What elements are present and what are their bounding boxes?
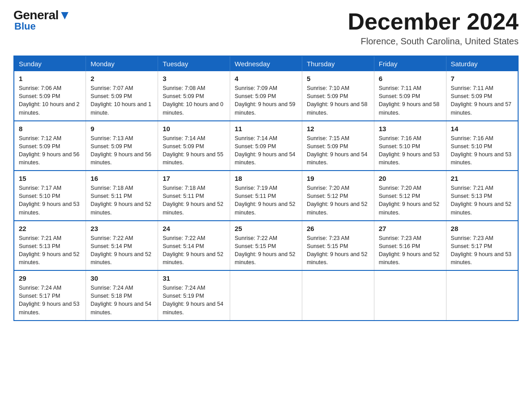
calendar-cell: 9 Sunrise: 7:13 AMSunset: 5:09 PMDayligh… xyxy=(86,121,158,171)
day-number: 1 xyxy=(19,75,81,82)
calendar-cell: 20 Sunrise: 7:20 AMSunset: 5:12 PMDaylig… xyxy=(374,171,446,221)
calendar-cell: 30 Sunrise: 7:24 AMSunset: 5:18 PMDaylig… xyxy=(86,270,158,321)
day-number: 25 xyxy=(235,225,297,232)
calendar-cell: 3 Sunrise: 7:08 AMSunset: 5:09 PMDayligh… xyxy=(158,71,230,121)
calendar-cell: 1 Sunrise: 7:06 AMSunset: 5:09 PMDayligh… xyxy=(14,71,86,121)
day-info: Sunrise: 7:21 AMSunset: 5:13 PMDaylight:… xyxy=(19,234,81,267)
day-info: Sunrise: 7:14 AMSunset: 5:09 PMDaylight:… xyxy=(235,134,297,167)
day-info: Sunrise: 7:24 AMSunset: 5:17 PMDaylight:… xyxy=(19,284,81,317)
day-number: 13 xyxy=(379,125,442,133)
calendar-cell: 4 Sunrise: 7:09 AMSunset: 5:09 PMDayligh… xyxy=(230,71,302,121)
calendar-cell xyxy=(446,270,518,321)
page-header: General▼ Blue December 2024 Florence, So… xyxy=(13,9,519,47)
day-number: 28 xyxy=(451,225,513,232)
day-info: Sunrise: 7:11 AMSunset: 5:09 PMDaylight:… xyxy=(379,84,442,117)
day-info: Sunrise: 7:12 AMSunset: 5:09 PMDaylight:… xyxy=(19,134,81,167)
day-number: 16 xyxy=(90,175,153,182)
day-info: Sunrise: 7:24 AMSunset: 5:18 PMDaylight:… xyxy=(90,284,153,317)
day-number: 31 xyxy=(163,274,225,282)
calendar-cell: 16 Sunrise: 7:18 AMSunset: 5:11 PMDaylig… xyxy=(86,171,158,221)
day-info: Sunrise: 7:19 AMSunset: 5:11 PMDaylight:… xyxy=(235,184,297,217)
day-number: 14 xyxy=(451,125,513,133)
calendar-cell: 12 Sunrise: 7:15 AMSunset: 5:09 PMDaylig… xyxy=(302,121,374,171)
day-info: Sunrise: 7:23 AMSunset: 5:16 PMDaylight:… xyxy=(379,234,442,267)
logo-general: General▼ xyxy=(13,9,71,21)
day-number: 2 xyxy=(90,75,153,82)
calendar-cell: 24 Sunrise: 7:22 AMSunset: 5:14 PMDaylig… xyxy=(158,221,230,271)
day-info: Sunrise: 7:06 AMSunset: 5:09 PMDaylight:… xyxy=(19,84,81,117)
day-info: Sunrise: 7:11 AMSunset: 5:09 PMDaylight:… xyxy=(451,84,513,117)
day-info: Sunrise: 7:20 AMSunset: 5:12 PMDaylight:… xyxy=(307,184,369,217)
calendar-cell: 10 Sunrise: 7:14 AMSunset: 5:09 PMDaylig… xyxy=(158,121,230,171)
day-number: 10 xyxy=(163,125,225,133)
day-info: Sunrise: 7:07 AMSunset: 5:09 PMDaylight:… xyxy=(90,84,153,117)
day-info: Sunrise: 7:22 AMSunset: 5:14 PMDaylight:… xyxy=(163,234,225,267)
day-info: Sunrise: 7:18 AMSunset: 5:11 PMDaylight:… xyxy=(90,184,153,217)
calendar-cell xyxy=(230,270,302,321)
day-info: Sunrise: 7:08 AMSunset: 5:09 PMDaylight:… xyxy=(163,84,225,117)
calendar-cell: 8 Sunrise: 7:12 AMSunset: 5:09 PMDayligh… xyxy=(14,121,86,171)
calendar-cell: 22 Sunrise: 7:21 AMSunset: 5:13 PMDaylig… xyxy=(14,221,86,271)
day-info: Sunrise: 7:22 AMSunset: 5:14 PMDaylight:… xyxy=(90,234,153,267)
calendar-header-tuesday: Tuesday xyxy=(158,56,230,71)
location: Florence, South Carolina, United States xyxy=(348,36,519,47)
day-number: 24 xyxy=(163,225,225,232)
day-info: Sunrise: 7:15 AMSunset: 5:09 PMDaylight:… xyxy=(307,134,369,167)
day-info: Sunrise: 7:21 AMSunset: 5:13 PMDaylight:… xyxy=(451,184,513,217)
day-number: 7 xyxy=(451,75,513,82)
calendar-cell xyxy=(374,270,446,321)
calendar-cell: 25 Sunrise: 7:22 AMSunset: 5:15 PMDaylig… xyxy=(230,221,302,271)
day-info: Sunrise: 7:18 AMSunset: 5:11 PMDaylight:… xyxy=(163,184,225,217)
calendar-table: SundayMondayTuesdayWednesdayThursdayFrid… xyxy=(13,56,519,321)
calendar-header-sunday: Sunday xyxy=(14,56,86,71)
calendar-cell: 18 Sunrise: 7:19 AMSunset: 5:11 PMDaylig… xyxy=(230,171,302,221)
day-info: Sunrise: 7:17 AMSunset: 5:10 PMDaylight:… xyxy=(19,184,81,217)
calendar-cell: 28 Sunrise: 7:23 AMSunset: 5:17 PMDaylig… xyxy=(446,221,518,271)
calendar-cell: 31 Sunrise: 7:24 AMSunset: 5:19 PMDaylig… xyxy=(158,270,230,321)
day-info: Sunrise: 7:23 AMSunset: 5:17 PMDaylight:… xyxy=(451,234,513,267)
day-info: Sunrise: 7:10 AMSunset: 5:09 PMDaylight:… xyxy=(307,84,369,117)
calendar-cell xyxy=(302,270,374,321)
day-number: 8 xyxy=(19,125,81,133)
day-info: Sunrise: 7:23 AMSunset: 5:15 PMDaylight:… xyxy=(307,234,369,267)
calendar-cell: 5 Sunrise: 7:10 AMSunset: 5:09 PMDayligh… xyxy=(302,71,374,121)
calendar-cell: 6 Sunrise: 7:11 AMSunset: 5:09 PMDayligh… xyxy=(374,71,446,121)
day-info: Sunrise: 7:16 AMSunset: 5:10 PMDaylight:… xyxy=(451,134,513,167)
day-number: 12 xyxy=(307,125,369,133)
day-number: 21 xyxy=(451,175,513,182)
calendar-cell: 19 Sunrise: 7:20 AMSunset: 5:12 PMDaylig… xyxy=(302,171,374,221)
calendar-cell: 21 Sunrise: 7:21 AMSunset: 5:13 PMDaylig… xyxy=(446,171,518,221)
calendar-week-row: 29 Sunrise: 7:24 AMSunset: 5:17 PMDaylig… xyxy=(14,270,518,321)
day-info: Sunrise: 7:22 AMSunset: 5:15 PMDaylight:… xyxy=(235,234,297,267)
calendar-cell: 27 Sunrise: 7:23 AMSunset: 5:16 PMDaylig… xyxy=(374,221,446,271)
day-info: Sunrise: 7:14 AMSunset: 5:09 PMDaylight:… xyxy=(163,134,225,167)
day-number: 4 xyxy=(235,75,297,82)
day-info: Sunrise: 7:20 AMSunset: 5:12 PMDaylight:… xyxy=(379,184,442,217)
day-number: 18 xyxy=(235,175,297,182)
day-number: 23 xyxy=(90,225,153,232)
calendar-cell: 13 Sunrise: 7:16 AMSunset: 5:10 PMDaylig… xyxy=(374,121,446,171)
day-number: 19 xyxy=(307,175,369,182)
day-info: Sunrise: 7:16 AMSunset: 5:10 PMDaylight:… xyxy=(379,134,442,167)
calendar-header-thursday: Thursday xyxy=(302,56,374,71)
calendar-cell: 7 Sunrise: 7:11 AMSunset: 5:09 PMDayligh… xyxy=(446,71,518,121)
calendar-week-row: 15 Sunrise: 7:17 AMSunset: 5:10 PMDaylig… xyxy=(14,171,518,221)
month-title: December 2024 xyxy=(348,9,519,34)
calendar-cell: 11 Sunrise: 7:14 AMSunset: 5:09 PMDaylig… xyxy=(230,121,302,171)
day-number: 26 xyxy=(307,225,369,232)
calendar-cell: 23 Sunrise: 7:22 AMSunset: 5:14 PMDaylig… xyxy=(86,221,158,271)
calendar-cell: 29 Sunrise: 7:24 AMSunset: 5:17 PMDaylig… xyxy=(14,270,86,321)
day-number: 5 xyxy=(307,75,369,82)
calendar-cell: 15 Sunrise: 7:17 AMSunset: 5:10 PMDaylig… xyxy=(14,171,86,221)
logo: General▼ Blue xyxy=(13,9,71,32)
logo-blue: Blue xyxy=(14,21,36,32)
day-number: 27 xyxy=(379,225,442,232)
calendar-header-monday: Monday xyxy=(86,56,158,71)
calendar-header-wednesday: Wednesday xyxy=(230,56,302,71)
calendar-cell: 17 Sunrise: 7:18 AMSunset: 5:11 PMDaylig… xyxy=(158,171,230,221)
calendar-header-friday: Friday xyxy=(374,56,446,71)
title-area: December 2024 Florence, South Carolina, … xyxy=(348,9,519,47)
day-number: 11 xyxy=(235,125,297,133)
day-number: 20 xyxy=(379,175,442,182)
calendar-cell: 14 Sunrise: 7:16 AMSunset: 5:10 PMDaylig… xyxy=(446,121,518,171)
